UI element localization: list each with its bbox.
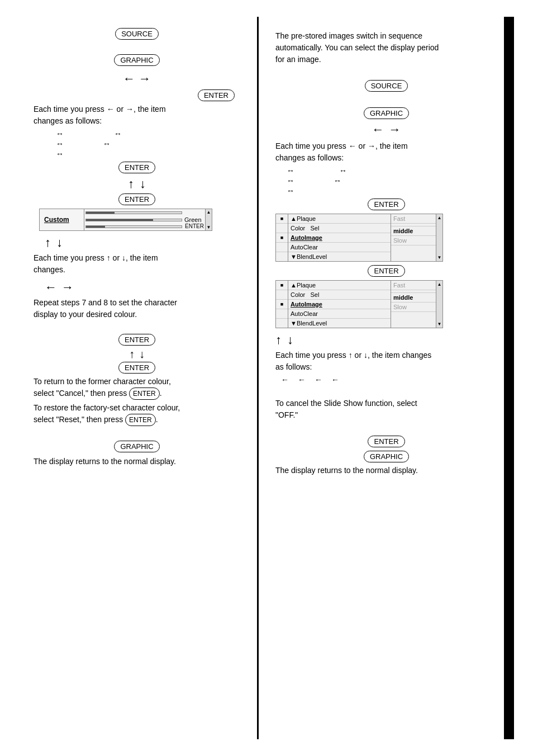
m1-label-3: AutoImage — [288, 233, 391, 243]
slider-fill-2 — [86, 219, 153, 221]
menu2-value-col: Fast middle Slow — [391, 281, 436, 328]
enter-inline-1[interactable]: ENTER — [129, 388, 160, 400]
enter-small-label: ENTER — [185, 223, 204, 229]
scroll-up-1: ▲ — [437, 215, 442, 220]
r-enter-button-3[interactable]: ENTER — [368, 436, 404, 447]
slideshow-menu-1: ■ ■ ▲Plaque Color Sel AutoImage AutoClea… — [275, 214, 443, 262]
menu1-icon-col: ■ ■ — [276, 214, 288, 261]
r-enter-row-2: ENTER — [275, 265, 497, 277]
graphic-button-2[interactable]: GRAPHIC — [114, 441, 159, 452]
right-arrow-icon: → — [139, 72, 151, 86]
m2-val-5 — [391, 312, 436, 314]
enter-button-4[interactable]: ENTER — [118, 334, 155, 346]
enter-button-2[interactable]: ENTER — [118, 162, 155, 173]
enter-inline-2[interactable]: ENTER — [125, 414, 156, 426]
m1-label-4: AutoClear — [288, 243, 391, 252]
scroll-up-2: ▲ — [437, 282, 442, 287]
graphic-button[interactable]: GRAPHIC — [114, 54, 159, 66]
source-section: SOURCE — [34, 28, 240, 40]
menu1-value-col: Fast middle Slow — [391, 214, 436, 261]
slider-label-2: Green — [184, 216, 204, 223]
r-source-button[interactable]: SOURCE — [365, 80, 408, 92]
r-source-section: SOURCE — [275, 80, 497, 92]
m1-icon-4 — [276, 243, 288, 252]
m2-label-5: ▼BlendLevel — [288, 319, 391, 328]
enter-button-1[interactable]: ENTER — [198, 89, 235, 101]
r-arrow-sym-2: ↔ — [339, 166, 347, 175]
left-arrow-icon-2: ← — [45, 280, 57, 295]
arrow-sym-5: ↔ — [56, 149, 64, 158]
r-text-cancel: To cancel the Slide Show function, selec… — [275, 398, 497, 421]
arrow-sym-2: ↔ — [114, 129, 122, 138]
m2-val-1: Fast — [391, 281, 436, 290]
source-button[interactable]: SOURCE — [115, 28, 159, 40]
slider-row-1 — [85, 210, 204, 215]
m1-icon-5 — [276, 252, 288, 261]
text-display-returns: The display returns to the normal displa… — [34, 456, 240, 467]
slider-track-3 — [85, 225, 182, 228]
text-reset: To restore the factory-set character col… — [34, 402, 240, 426]
r-graphic-section: GRAPHIC — [275, 107, 497, 119]
menu2-label-col: ▲Plaque Color Sel AutoImage AutoClear ▼B… — [288, 281, 391, 328]
r-enter-button-1[interactable]: ENTER — [368, 199, 404, 210]
scroll-down-2: ▼ — [437, 322, 442, 327]
scroll-up-icon: ▲ — [207, 210, 211, 215]
m1-label-2: Color Sel — [288, 224, 391, 233]
left-arrow-text: ← — [107, 105, 115, 114]
intro-text: The pre-stored images switch in sequence… — [275, 30, 497, 65]
r-text-display-returns: The display returns to the normal displa… — [275, 465, 497, 476]
m1-label-5: ▼BlendLevel — [288, 252, 391, 261]
r-seq-3: ← — [315, 375, 322, 384]
r-arrow-sym-4: ↔ — [334, 176, 341, 185]
enter-row-4: ENTER — [34, 334, 240, 346]
m2-icon-2 — [276, 290, 288, 300]
graphic-section: GRAPHIC — [34, 54, 240, 66]
m1-val-3: middle — [391, 226, 436, 236]
up-arrow-icon: ↑ — [128, 177, 134, 191]
r-left-arrow-icon: ← — [372, 122, 384, 137]
m2-label-3: AutoImage — [288, 300, 391, 309]
enter-row-2: ENTER — [34, 162, 240, 173]
right-arrow-icon-2: → — [61, 280, 74, 295]
m1-icon-3: ■ — [276, 233, 288, 243]
up-sym: ↑ — [107, 253, 111, 262]
arrow-sym-1: ↔ — [56, 129, 64, 138]
m2-label-2: Color Sel — [288, 290, 391, 300]
slider-track-1 — [85, 211, 182, 214]
text-cancel: To return to the former character colour… — [34, 376, 240, 400]
slider-fill-3 — [86, 226, 105, 228]
ud-arrows-3: ↑ ↓ — [34, 348, 240, 361]
r-lr-arrows: ← → — [275, 122, 497, 137]
r-graphic-button-2[interactable]: GRAPHIC — [364, 451, 409, 462]
lr-arrows-2: ← → — [45, 280, 240, 295]
enter-button-5[interactable]: ENTER — [118, 362, 155, 374]
r-enter-row-3: ENTER — [275, 436, 497, 447]
r-right-arrow-icon: → — [389, 122, 401, 137]
r-enter-button-2[interactable]: ENTER — [368, 265, 404, 277]
up-arrow-icon-2: ↑ — [45, 235, 51, 250]
text-arrows-desc: Each time you press ← or →, the itemchan… — [34, 103, 240, 127]
m2-icon-1: ■ — [276, 281, 288, 290]
enter-row-1: ENTER — [34, 89, 235, 101]
scroll-down-1: ▼ — [437, 255, 442, 260]
m2-val-4: Slow — [391, 303, 436, 312]
ud-arrows-2: ↑ ↓ — [45, 235, 240, 250]
m2-icon-4 — [276, 309, 288, 319]
enter-button-3[interactable]: ENTER — [118, 193, 155, 205]
r-text-ud: Each time you press ↑ or ↓, the item cha… — [275, 349, 497, 373]
r-graphic-button[interactable]: GRAPHIC — [364, 107, 409, 119]
menu2-scrollbar: ▲ ▼ — [436, 281, 442, 328]
down-sym: ↓ — [122, 253, 126, 262]
lr-arrows-1: ← → — [34, 72, 240, 86]
slider-fill-1 — [86, 212, 115, 214]
m2-label-4: AutoClear — [288, 309, 391, 319]
down-arrow-icon-3: ↓ — [139, 348, 145, 361]
m1-val-4: Slow — [391, 236, 436, 245]
text-repeat: Repeat steps 7 and 8 to set the characte… — [34, 297, 240, 320]
r-down-arrow-icon: ↓ — [287, 333, 293, 347]
arrow-sym-4: ↔ — [103, 139, 111, 148]
r-arrow-sequence: ← ← ← ← — [275, 375, 497, 384]
right-column: The pre-stored images switch in sequence… — [257, 17, 514, 739]
down-arrow-icon-2: ↓ — [56, 235, 63, 250]
right-arrow-text: → — [126, 105, 134, 114]
